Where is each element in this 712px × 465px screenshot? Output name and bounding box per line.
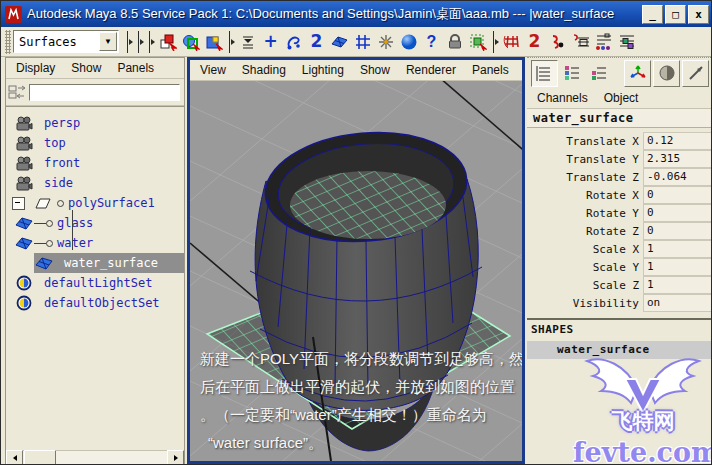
channel-value-field[interactable]: 1 [643,276,711,294]
snap-to-point-icon[interactable] [546,30,569,54]
status-line-toolbar: Surfaces ▼ + 2 [1,27,712,57]
render-sphere-icon[interactable] [397,30,420,54]
selection-mask-icon[interactable] [236,30,259,54]
select-by-object-icon[interactable] [179,30,202,54]
poly-plane-icon [33,197,53,210]
channel-label[interactable]: Translate X [527,135,643,148]
marquee-select-icon[interactable] [466,30,489,54]
snap-plus-icon[interactable]: + [259,30,282,54]
hypershade-sphere-icon[interactable] [653,60,680,87]
toolbar-collapser[interactable] [124,30,133,54]
snap-to-curve-icon[interactable]: 2 [523,30,546,54]
paint-effects-icon[interactable] [374,30,397,54]
lattice-icon[interactable] [351,30,374,54]
minimize-button[interactable]: _ [642,5,663,24]
outliner-item-top[interactable]: top [6,133,184,153]
perspective-viewport[interactable]: View Shading Lighting Show Renderer Pane… [187,57,525,464]
channel-box-menubar: Channels Object [527,88,712,109]
channel-label[interactable]: Scale Y [527,261,643,274]
outliner-item-defaultobjectset[interactable]: defaultObjectSet [6,293,184,313]
manipulator-icon[interactable] [624,60,651,87]
channel-value-field[interactable]: 0 [643,186,711,204]
outliner-item-front[interactable]: front [6,153,184,173]
shape-node-row[interactable]: water_surface [527,341,712,359]
lasso-select-icon[interactable] [282,30,305,54]
channel-label[interactable]: Scale X [527,243,643,256]
channel-layout-boxes-icon[interactable] [560,61,585,86]
outliner-item-glass[interactable]: glass [6,213,184,233]
channel-label[interactable]: Rotate X [527,189,643,202]
select-by-component-icon[interactable] [202,30,225,54]
collapse-expander-icon[interactable] [12,197,25,210]
outliner-item-water-surface[interactable]: water_surface [6,253,184,273]
channel-value-field[interactable]: 1 [643,258,711,276]
channel-value-field[interactable]: -0.064 [643,168,711,186]
maya-window: Autodesk Maya 8.5 Service Pack 1: C:\Doc… [0,0,712,465]
outliner-item-persp[interactable]: persp [6,113,184,133]
channel-row: Scale Z 1 [527,276,712,294]
make-live-icon[interactable] [569,30,592,54]
viewport-menubar: View Shading Lighting Show Renderer Pane… [190,60,522,81]
toolbar-collapser[interactable] [135,30,144,54]
channel-layout-icon[interactable] [531,60,558,87]
camera-icon [14,156,34,171]
outliner-menubar: Display Show Panels [6,58,184,79]
menu-set-dropdown[interactable]: Surfaces ▼ [13,30,119,53]
outliner-tree: persp top front side polySurfac [6,106,184,454]
channel-label[interactable]: Visibility [527,297,643,310]
channel-box-toolbar [527,58,712,88]
channel-value-field[interactable]: on [643,294,711,312]
output-connections-icon[interactable] [615,30,638,54]
channel-label[interactable]: Rotate Z [527,225,643,238]
snap-to-grid-icon[interactable] [500,30,523,54]
outliner-item-defaultlightset[interactable]: defaultLightSet [6,273,184,293]
channel-value-field[interactable]: 2.315 [643,150,711,168]
outliner-item-water[interactable]: water [6,233,184,253]
menu-renderer[interactable]: Renderer [406,63,456,77]
menu-channels[interactable]: Channels [537,91,588,105]
channel-label[interactable]: Rotate Y [527,207,643,220]
menu-panels[interactable]: Panels [472,63,509,77]
window-title: Autodesk Maya 8.5 Service Pack 1: C:\Doc… [27,5,640,23]
menu-show[interactable]: Show [71,61,101,75]
channel-value-field[interactable]: 0 [643,222,711,240]
outliner-item-polysurface1[interactable]: polySurface1 [6,193,184,213]
node-name-header[interactable]: water_surface [527,109,712,128]
menu-display[interactable]: Display [16,61,55,75]
menu-view[interactable]: View [200,63,226,77]
close-button[interactable]: x [688,5,709,24]
menu-shading[interactable]: Shading [242,63,286,77]
poly-mesh-icon[interactable] [328,30,351,54]
toolbar-grip[interactable] [5,30,11,54]
lock-icon[interactable] [443,30,466,54]
toolbar-collapser[interactable] [226,30,235,54]
toolbar-collapser[interactable] [490,30,499,54]
menu-show[interactable]: Show [360,63,390,77]
outliner-filter-input[interactable] [29,84,180,101]
channel-label[interactable]: Translate Z [527,171,643,184]
input-connections-icon[interactable] [592,30,615,54]
menu-panels[interactable]: Panels [117,61,154,75]
channel-value-field[interactable]: 1 [643,240,711,258]
outliner-item-side[interactable]: side [6,173,184,193]
maximize-button[interactable]: □ [665,5,686,24]
select-hierarchy-icon[interactable] [156,30,179,54]
channel-value-field[interactable]: 0.12 [643,132,711,150]
viewport-canvas[interactable]: 新建一个POLY平面，将分段数调节到足够高，然 后在平面上做出平滑的起伏，并放到… [190,81,522,461]
dropdown-arrow-icon[interactable]: ▼ [99,32,117,51]
channel-value-field[interactable]: 0 [643,204,711,222]
curve-tool-icon[interactable]: 2 [305,30,328,54]
scroll-right-icon[interactable] [167,450,184,465]
menu-lighting[interactable]: Lighting [302,63,344,77]
scroll-left-icon[interactable] [6,450,23,465]
channel-layout-split-icon[interactable] [587,61,612,86]
scrollbar-thumb[interactable] [24,450,56,465]
toolbar-collapser[interactable] [146,30,155,54]
channel-label[interactable]: Scale Z [527,279,643,292]
channel-label[interactable]: Translate Y [527,153,643,166]
menu-object[interactable]: Object [604,91,639,105]
swap-views-icon[interactable] [8,84,26,100]
outliner-hscrollbar[interactable] [6,450,184,465]
help-icon[interactable]: ? [420,30,443,54]
speed-slider-icon[interactable] [682,60,709,87]
